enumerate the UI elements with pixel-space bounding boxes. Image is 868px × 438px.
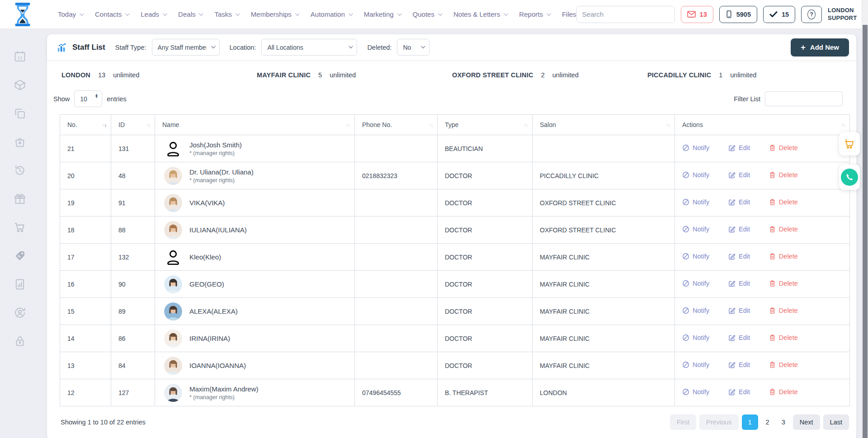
column-header[interactable]: Salon ↑↓ [533, 115, 675, 135]
mobile-phone-icon [726, 10, 732, 19]
notify-button[interactable]: Notify [682, 253, 709, 260]
notify-button[interactable]: Notify [682, 171, 709, 179]
notify-button[interactable]: Notify [682, 361, 709, 368]
edit-button[interactable]: Edit [728, 361, 750, 368]
column-header[interactable]: Name ↑↓ [155, 115, 355, 135]
account-sync-icon[interactable] [13, 306, 27, 320]
floating-call-button[interactable] [839, 165, 860, 190]
delete-button[interactable]: Delete [769, 171, 798, 179]
pagination-button[interactable]: 2 [761, 414, 774, 430]
scrollbar-thumb[interactable] [863, 25, 868, 438]
delete-button[interactable]: Delete [769, 198, 798, 206]
edit-button[interactable]: Edit [728, 307, 750, 314]
bag-download-icon[interactable] [13, 135, 27, 149]
price-tag-icon[interactable]: $ [13, 249, 27, 263]
cell-salon: MAYFAIR CLINIC [533, 298, 675, 325]
delete-button[interactable]: Delete [769, 144, 798, 151]
edit-button[interactable]: Edit [728, 144, 750, 151]
filter-list-input[interactable] [765, 91, 843, 106]
staff-type-select[interactable]: Any Staff members [152, 39, 220, 56]
edit-button[interactable]: Edit [728, 334, 750, 341]
page-size-select[interactable]: 10 [74, 90, 102, 107]
mail-count: 13 [700, 11, 707, 18]
column-header[interactable]: Actions ↑↓ [675, 115, 850, 135]
nav-item[interactable]: Memberships [251, 10, 298, 18]
help-badge[interactable]: ? [801, 6, 822, 23]
trash-icon [769, 280, 776, 287]
edit-button[interactable]: Edit [728, 198, 750, 206]
pagination-button[interactable]: Last [823, 414, 849, 430]
nav-item[interactable]: Reports [519, 10, 550, 18]
chart-icon [57, 42, 67, 52]
trash-icon [769, 198, 776, 206]
history-icon[interactable] [13, 164, 27, 177]
edit-button[interactable]: Edit [728, 388, 750, 396]
nav-item[interactable]: Quotes [413, 10, 441, 18]
pagination-button[interactable]: First [670, 414, 696, 430]
cell-phone: 07496454555 [355, 379, 438, 406]
mail-badge[interactable]: 13 [681, 6, 713, 23]
pagination-button[interactable]: 3 [777, 414, 790, 430]
delete-button[interactable]: Delete [769, 307, 798, 314]
cart-icon[interactable] [13, 221, 27, 234]
location-limit: unlimited [730, 71, 756, 79]
staff-avatar-photo [164, 302, 182, 320]
copy-icon[interactable] [13, 107, 27, 120]
edit-button[interactable]: Edit [728, 253, 750, 260]
notify-button[interactable]: Notify [682, 280, 709, 287]
delete-button[interactable]: Delete [769, 280, 798, 287]
cell-id: 86 [111, 325, 155, 352]
trash-icon [769, 144, 776, 151]
notify-button[interactable]: Notify [682, 334, 709, 341]
floating-cart-button[interactable] [839, 132, 860, 155]
notify-button[interactable]: Notify [682, 226, 709, 233]
cell-type: DOCTOR [438, 352, 533, 379]
report-icon[interactable] [13, 278, 27, 291]
nav-item[interactable]: Automation [311, 10, 352, 18]
edit-button[interactable]: Edit [728, 226, 750, 233]
sms-badge[interactable]: 5905 [719, 6, 757, 23]
location-count: 5 [318, 71, 322, 79]
lock-icon[interactable] [13, 334, 27, 348]
add-new-button[interactable]: + Add New [791, 38, 849, 57]
edit-button[interactable]: Edit [728, 171, 750, 179]
nav-item[interactable]: Tasks [214, 10, 238, 18]
delete-button[interactable]: Delete [769, 334, 798, 341]
notify-button[interactable]: Notify [682, 307, 709, 314]
nav-item[interactable]: Today [58, 10, 83, 18]
app-logo-hourglass-icon[interactable] [13, 2, 33, 27]
deleted-select[interactable]: No [397, 39, 429, 56]
tasks-badge[interactable]: 15 [763, 6, 795, 23]
nav-item[interactable]: Files [562, 10, 576, 18]
column-header[interactable]: Phone No. ↑↓ [355, 115, 438, 135]
location-select[interactable]: All Locations [261, 39, 357, 56]
nav-item[interactable]: Notes & Letters [453, 10, 507, 18]
notify-button[interactable]: Notify [682, 388, 709, 396]
pagination-button[interactable]: Next [793, 414, 820, 430]
nav-item[interactable]: Leads [141, 10, 166, 18]
nav-item[interactable]: Marketing [364, 10, 401, 18]
delete-button[interactable]: Delete [769, 361, 798, 368]
calendar-icon[interactable]: 12 [13, 50, 27, 63]
delete-button[interactable]: Delete [769, 226, 798, 233]
gift-icon[interactable] [13, 192, 27, 206]
package-icon[interactable] [13, 78, 27, 92]
pagination-button[interactable]: 1 [742, 414, 758, 430]
notify-button[interactable]: Notify [682, 198, 709, 206]
edit-button[interactable]: Edit [728, 280, 750, 287]
trash-icon [769, 253, 776, 260]
pagination-button[interactable]: Previous [699, 414, 738, 430]
column-header[interactable]: No. ↑↓ [60, 115, 111, 135]
search-input[interactable] [577, 6, 675, 23]
column-header[interactable]: Type ↑↓ [438, 115, 533, 135]
entries-summary: Showing 1 to 10 of 22 entries [61, 419, 146, 426]
cell-actions: Notify Edit [675, 162, 850, 189]
delete-button[interactable]: Delete [769, 388, 798, 396]
plus-icon: + [801, 43, 806, 52]
delete-button[interactable]: Delete [769, 253, 798, 260]
nav-item[interactable]: Contacts [95, 10, 128, 18]
nav-item[interactable]: Deals [178, 10, 202, 18]
cell-no: 20 [60, 162, 111, 189]
column-header[interactable]: ID ↑↓ [111, 115, 155, 135]
notify-button[interactable]: Notify [682, 144, 709, 151]
